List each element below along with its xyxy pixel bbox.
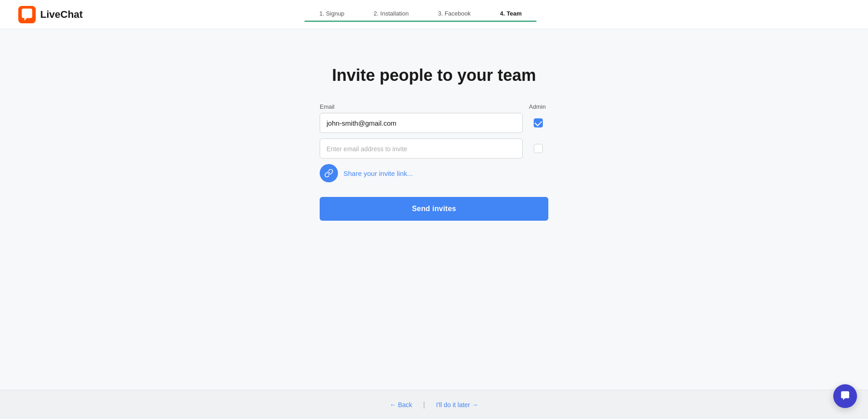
page-title: Invite people to your team	[332, 66, 536, 85]
field-labels-row: Email Admin	[320, 103, 548, 110]
livechat-logo-icon	[18, 6, 36, 23]
footer-divider: |	[423, 401, 425, 409]
email-row-2	[320, 138, 548, 159]
step-installation-label: 2. Installation	[374, 10, 409, 17]
later-link[interactable]: I'll do it later →	[436, 401, 478, 408]
email-input-1[interactable]	[320, 113, 523, 133]
admin-checkbox-wrap-1	[528, 118, 548, 127]
invite-link-row: Share your invite link...	[320, 164, 548, 182]
step-facebook-label: 3. Facebook	[438, 10, 471, 17]
back-link[interactable]: ← Back	[390, 401, 412, 408]
invite-link-text[interactable]: Share your invite link...	[343, 170, 413, 177]
header: LiveChat 1. Signup 2. Installation 3. Fa…	[0, 0, 868, 29]
email-row-1	[320, 113, 548, 133]
step-facebook: 3. Facebook	[423, 7, 486, 22]
step-team-label: 4. Team	[500, 10, 521, 17]
step-signup-label: 1. Signup	[319, 10, 344, 17]
step-signup: 1. Signup	[305, 7, 359, 22]
chat-widget-button[interactable]	[833, 384, 857, 408]
invite-link-icon-button[interactable]	[320, 164, 338, 182]
admin-checkbox-wrap-2	[528, 144, 548, 153]
email-input-2[interactable]	[320, 138, 523, 159]
admin-checkbox-1[interactable]	[534, 118, 543, 127]
step-team: 4. Team	[485, 7, 536, 22]
link-icon	[324, 169, 333, 178]
invite-form: Email Admin Share your inv	[320, 103, 548, 221]
chat-widget-icon	[839, 390, 851, 402]
steps-nav: 1. Signup 2. Installation 3. Facebook 4.…	[305, 7, 536, 22]
main-content: Invite people to your team Email Admin	[0, 29, 868, 390]
send-invites-button[interactable]: Send invites	[320, 197, 548, 221]
admin-checkbox-2[interactable]	[534, 144, 543, 153]
step-installation: 2. Installation	[359, 7, 423, 22]
email-column-label: Email	[320, 103, 526, 110]
admin-column-label: Admin	[526, 103, 548, 110]
app-name: LiveChat	[40, 9, 83, 21]
footer: ← Back | I'll do it later →	[0, 390, 868, 419]
logo: LiveChat	[18, 6, 83, 23]
